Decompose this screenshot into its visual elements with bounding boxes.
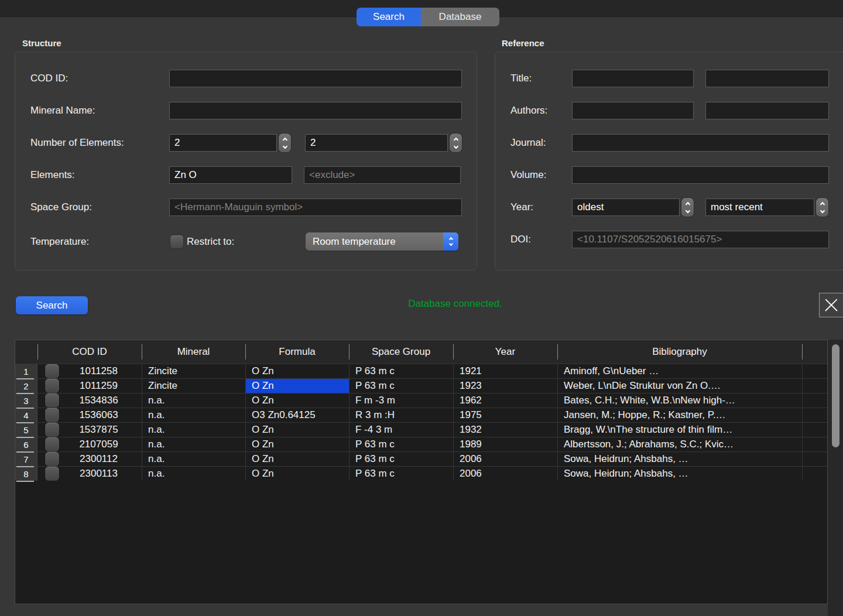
cell-year[interactable]: 1923	[453, 379, 557, 393]
cell-cod-id[interactable]: 2300112	[37, 452, 142, 466]
cell-year[interactable]: 1962	[453, 393, 557, 408]
authors-input-2[interactable]	[705, 102, 829, 119]
year-to-input[interactable]	[705, 199, 814, 216]
cell-bibliography[interactable]: Sowa, Heidrun; Ahsbahs, …	[557, 452, 802, 466]
row-checkbox[interactable]	[45, 364, 59, 378]
cell-space-group[interactable]: F m -3 m	[349, 393, 453, 408]
cell-formula[interactable]: O Zn	[245, 452, 349, 466]
close-button[interactable]	[819, 293, 843, 317]
stepper-up-icon	[820, 201, 824, 206]
cell-mineral[interactable]: n.a.	[142, 437, 245, 451]
cell-cod-id[interactable]: 1536063	[37, 408, 142, 422]
table-row[interactable]: 11011258ZinciteO ZnP 63 m c1921Aminoff, …	[15, 364, 827, 378]
row-checkbox[interactable]	[45, 408, 59, 422]
cell-mineral[interactable]: Zincite	[142, 364, 245, 378]
year-from-stepper[interactable]	[681, 198, 694, 217]
row-checkbox[interactable]	[45, 393, 59, 408]
column-header-mineral[interactable]: Mineral	[142, 340, 245, 364]
cell-year[interactable]: 1932	[453, 423, 557, 437]
elements-exclude-input[interactable]	[304, 166, 461, 184]
column-header-formula[interactable]: Formula	[245, 340, 349, 364]
cell-space-group[interactable]: R 3 m :H	[349, 408, 453, 422]
cell-mineral[interactable]: n.a.	[142, 423, 245, 437]
row-checkbox[interactable]	[45, 452, 59, 466]
temperature-dropdown[interactable]: Room temperature	[306, 232, 458, 251]
cell-bibliography[interactable]: Aminoff, G\nUeber …	[557, 364, 802, 378]
column-header-year[interactable]: Year	[453, 340, 557, 364]
cell-mineral[interactable]: Zincite	[142, 379, 245, 393]
doi-input[interactable]	[572, 231, 829, 248]
tab-search[interactable]: Search	[357, 8, 421, 26]
search-button[interactable]: Search	[16, 296, 88, 314]
column-header-cod-id[interactable]: COD ID	[37, 340, 142, 364]
title-input-2[interactable]	[705, 70, 829, 87]
year-to-stepper[interactable]	[816, 198, 828, 217]
tab-database[interactable]: Database	[421, 8, 499, 26]
cell-mineral[interactable]: n.a.	[142, 393, 245, 408]
cell-cod-id[interactable]: 2107059	[37, 437, 142, 451]
cell-year[interactable]: 2006	[453, 467, 557, 481]
cell-bibliography[interactable]: Bates, C.H.; White, W.B.\nNew high-…	[557, 393, 802, 408]
cell-formula[interactable]: O Zn	[245, 437, 349, 451]
cell-formula[interactable]: O Zn	[245, 379, 349, 393]
cell-space-group[interactable]: P 63 m c	[349, 437, 453, 451]
authors-input-1[interactable]	[572, 102, 694, 119]
cell-formula[interactable]: O Zn	[245, 393, 349, 408]
table-row[interactable]: 41536063n.a.O3 Zn0.64125R 3 m :H1975Jans…	[15, 408, 827, 422]
num-elements-label: Number of Elements:	[30, 137, 124, 149]
cell-space-group[interactable]: F -4 3 m	[349, 423, 453, 437]
num-elements-max-input[interactable]	[305, 134, 448, 152]
row-checkbox[interactable]	[45, 437, 59, 451]
cell-cod-id[interactable]: 2300113	[37, 467, 142, 481]
cod-id-input[interactable]	[169, 70, 462, 87]
volume-input[interactable]	[572, 166, 829, 184]
cell-space-group[interactable]: P 63 m c	[349, 379, 453, 393]
row-checkbox[interactable]	[45, 467, 59, 481]
cell-mineral[interactable]: n.a.	[142, 408, 245, 422]
journal-input[interactable]	[572, 134, 829, 152]
num-elements-min-input[interactable]	[169, 134, 277, 152]
cell-formula[interactable]: O Zn	[245, 467, 349, 481]
table-row[interactable]: 82300113n.a.O ZnP 63 m c2006Sowa, Heidru…	[15, 466, 827, 481]
row-checkbox[interactable]	[45, 379, 59, 393]
table-row[interactable]: 51537875n.a.O ZnF -4 3 m1932Bragg, W.\nT…	[15, 422, 827, 437]
year-from-input[interactable]	[572, 199, 680, 216]
cell-cod-id[interactable]: 1534836	[37, 393, 142, 408]
cell-year[interactable]: 1989	[453, 437, 557, 451]
mineral-name-input[interactable]	[169, 102, 462, 119]
table-row[interactable]: 62107059n.a.O ZnP 63 m c1989Albertsson, …	[15, 437, 827, 451]
cell-bibliography[interactable]: Jansen, M.; Hoppe, R.; Kastner, P.…	[557, 408, 802, 422]
cell-space-group[interactable]: P 63 m c	[349, 467, 453, 481]
num-elements-max-stepper[interactable]	[450, 134, 462, 152]
table-row[interactable]: 31534836n.a.O ZnF m -3 m1962Bates, C.H.;…	[15, 393, 827, 408]
elements-input[interactable]	[169, 166, 292, 184]
num-elements-min-stepper[interactable]	[279, 134, 291, 152]
cell-mineral[interactable]: n.a.	[142, 452, 245, 466]
cell-bibliography[interactable]: Albertsson, J.; Abrahams, S.C.; Kvic…	[557, 437, 802, 451]
restrict-temperature-checkbox[interactable]	[170, 235, 183, 248]
cell-year[interactable]: 1921	[453, 364, 557, 378]
scrollbar-thumb[interactable]	[832, 344, 839, 447]
row-checkbox[interactable]	[45, 423, 59, 437]
cell-bibliography[interactable]: Weber, L\nDie Struktur von Zn O.…	[557, 379, 802, 393]
cell-formula[interactable]: O Zn	[245, 423, 349, 437]
title-input-1[interactable]	[572, 70, 694, 87]
table-row[interactable]: 21011259ZinciteO ZnP 63 m c1923Weber, L\…	[15, 378, 827, 393]
cell-mineral[interactable]: n.a.	[142, 467, 245, 481]
cell-cod-id[interactable]: 1011259	[37, 379, 142, 393]
column-header-space-group[interactable]: Space Group	[349, 340, 453, 364]
cell-formula[interactable]: O3 Zn0.64125	[245, 408, 349, 422]
cell-cod-id[interactable]: 1011258	[37, 364, 142, 378]
cell-cod-id[interactable]: 1537875	[37, 423, 142, 437]
cell-bibliography[interactable]: Bragg, W.\nThe structure of thin film…	[557, 423, 802, 437]
column-header-bibliography[interactable]: Bibliography	[557, 340, 802, 364]
cell-formula[interactable]: O Zn	[245, 364, 349, 378]
table-row[interactable]: 72300112n.a.O ZnP 63 m c2006Sowa, Heidru…	[15, 451, 827, 466]
space-group-input[interactable]	[169, 199, 462, 216]
scrollbar-track[interactable]	[828, 340, 843, 616]
cell-space-group[interactable]: P 63 m c	[349, 452, 453, 466]
cell-space-group[interactable]: P 63 m c	[349, 364, 453, 378]
cell-bibliography[interactable]: Sowa, Heidrun; Ahsbahs, …	[557, 467, 802, 481]
cell-year[interactable]: 2006	[453, 452, 557, 466]
cell-year[interactable]: 1975	[453, 408, 557, 422]
